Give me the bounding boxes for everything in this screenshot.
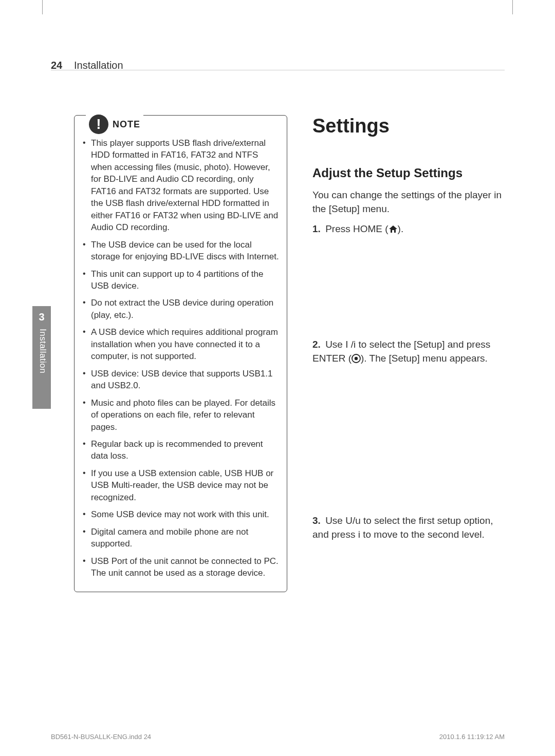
subsection-heading: Adjust the Setup Settings xyxy=(312,166,505,180)
list-item: USB Port of the unit cannot be connected… xyxy=(82,555,280,579)
list-item: A USB device which requires additional p… xyxy=(82,326,280,362)
section-heading: Settings xyxy=(312,115,505,137)
header-rule xyxy=(51,70,505,70)
list-item: Do not extract the USB device during ope… xyxy=(82,297,280,321)
key-glyph: U/u xyxy=(345,515,361,526)
step-text: Press HOME ( xyxy=(325,223,388,234)
list-item: This player supports USB flash drive/ext… xyxy=(82,137,280,234)
crop-mark xyxy=(512,0,513,14)
step-text: Use xyxy=(325,515,345,526)
step-text: ). The [Setup] menu appears. xyxy=(361,353,488,364)
step-number: 1. xyxy=(312,223,321,234)
left-column: ! NOTE This player supports USB flash dr… xyxy=(74,115,287,592)
step-2: 2. Use I /i to select the [Setup] and pr… xyxy=(312,338,505,367)
step-1: 1. Press HOME (). xyxy=(312,222,505,237)
list-item: Digital camera and mobile phone are not … xyxy=(82,526,280,550)
note-label: NOTE xyxy=(113,119,140,130)
step-text: to move to the second level. xyxy=(360,529,485,540)
chapter-number: 3 xyxy=(32,311,51,323)
list-item: Regular back up is recommended to preven… xyxy=(82,438,280,462)
list-item: USB device: USB device that supports USB… xyxy=(82,368,280,392)
home-icon xyxy=(388,223,398,237)
step-text: ). xyxy=(398,223,404,234)
list-item: The USB device can be used for the local… xyxy=(82,239,280,263)
manual-page: 24 Installation 3 Installation ! NOTE Th… xyxy=(0,0,555,756)
footer-timestamp: 2010.1.6 11:19:12 AM xyxy=(439,733,505,741)
list-item: Music and photo files can be played. For… xyxy=(82,397,280,433)
svg-point-1 xyxy=(355,357,358,360)
step-3: 3. Use U/u to select the first setup opt… xyxy=(312,514,505,542)
crop-mark xyxy=(42,0,43,14)
note-badge: ! NOTE xyxy=(86,115,143,134)
list-item: Some USB device may not work with this u… xyxy=(82,508,280,520)
step-number: 2. xyxy=(312,339,321,350)
list-item: If you use a USB extension cable, USB HU… xyxy=(82,467,280,503)
enter-icon xyxy=(351,353,361,367)
footer: BD561-N-BUSALLK-ENG.indd 24 2010.1.6 11:… xyxy=(51,733,505,741)
intro-paragraph: You can change the settings of the playe… xyxy=(312,188,505,216)
note-box: ! NOTE This player supports USB flash dr… xyxy=(74,115,287,592)
exclamation-icon: ! xyxy=(89,115,108,134)
step-text: Use xyxy=(325,339,345,350)
list-item: This unit can support up to 4 partitions… xyxy=(82,268,280,292)
chapter-tab: 3 Installation xyxy=(32,306,51,409)
right-column: Settings Adjust the Setup Settings You c… xyxy=(312,115,505,542)
step-list: 1. Press HOME (). 2. Use I /i to select … xyxy=(312,222,505,542)
step-number: 3. xyxy=(312,515,321,526)
key-glyph: I /i xyxy=(345,339,356,350)
chapter-label: Installation xyxy=(38,329,48,373)
note-bullet-list: This player supports USB flash drive/ext… xyxy=(82,137,280,579)
footer-filename: BD561-N-BUSALLK-ENG.indd 24 xyxy=(51,733,151,741)
